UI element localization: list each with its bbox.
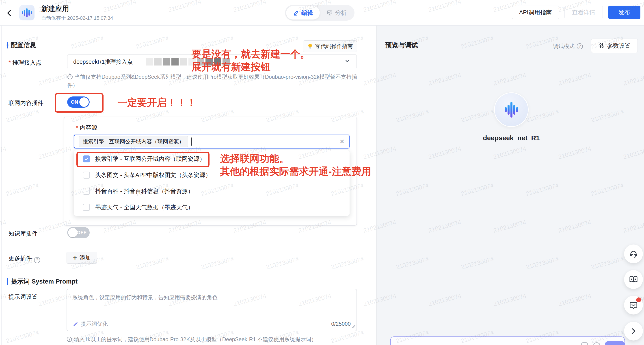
web-plugin-label: 联网内容插件 <box>8 99 44 107</box>
analytics-icon <box>326 10 333 16</box>
checkbox-checked[interactable] <box>83 155 90 162</box>
prompt-label: 提示词设置 <box>8 293 38 301</box>
page-title: 新建应用 <box>41 4 69 14</box>
system-prompt-textarea[interactable] <box>67 289 345 312</box>
back-button[interactable] <box>5 9 14 18</box>
audio-wave-icon <box>22 8 32 17</box>
help-icon[interactable]: ? <box>34 257 40 263</box>
params-settings-button[interactable]: 参数设置 <box>591 39 638 53</box>
endpoint-value: deepseekR1推理接入点 <box>73 58 133 66</box>
checkbox-unchecked[interactable] <box>83 204 90 211</box>
header: 新建应用 自动保存于 2025-02-17 15:07:34 编辑 分析 API… <box>0 0 644 26</box>
feedback-button[interactable] <box>624 296 643 314</box>
send-button[interactable] <box>605 341 625 345</box>
docs-button[interactable] <box>624 270 643 289</box>
left-edge-divider <box>1 26 2 345</box>
preview-title: 预览与调试 <box>386 41 418 50</box>
preview-pane <box>376 26 644 345</box>
chat-input[interactable] <box>390 336 625 345</box>
collapse-button[interactable] <box>624 322 643 340</box>
prompt-hint: 输入1k以上的提示词，建议使用Doubao-Pro-32K及以上模型（DeepS… <box>66 335 362 343</box>
prompt-optimize-button[interactable]: 提示词优化 <box>73 320 108 327</box>
sliders-icon <box>598 43 604 49</box>
section-bar <box>7 42 8 49</box>
clear-icon[interactable]: ✕ <box>340 138 345 145</box>
web-plugin-toggle[interactable]: ON <box>67 97 90 108</box>
resize-handle[interactable] <box>351 324 355 329</box>
zero-code-guide-button[interactable]: 零代码操作指南 <box>303 40 357 52</box>
view-details-button[interactable]: 查看详情 <box>564 6 603 19</box>
edit-analyze-segmented-control: 编辑 分析 <box>285 5 354 21</box>
info-icon <box>66 336 72 342</box>
info-icon <box>67 74 73 80</box>
system-prompt-box: 提示词优化 0/25000 <box>66 289 357 331</box>
notification-dot <box>636 297 641 302</box>
source-option-douyin[interactable]: 抖音百科 - 抖音百科信息（抖音资源） <box>74 183 350 199</box>
endpoint-label: 推理接入点 <box>8 59 42 67</box>
content-source-label: 内容源 <box>76 124 97 132</box>
tab-analyze[interactable]: 分析 <box>320 6 353 20</box>
publish-button[interactable]: 发布 <box>608 6 640 19</box>
debug-mode-toggle[interactable]: 调试模式? <box>553 43 583 50</box>
config-section-header: 配置信息 <box>7 41 36 49</box>
chevron-right-icon <box>630 327 638 335</box>
kb-plugin-label: 知识库插件 <box>8 230 38 238</box>
checkbox-unchecked[interactable] <box>83 172 90 179</box>
app-avatar-icon <box>19 5 34 21</box>
api-guide-button[interactable]: API调用指南 <box>512 6 559 19</box>
pencil-icon <box>293 10 299 16</box>
text-cursor <box>191 138 192 146</box>
chevron-down-icon <box>344 58 351 66</box>
annotation-source: 选择联网功能。 其他的根据实际需求开通-注意费用 <box>220 152 371 178</box>
content-source-input[interactable]: 搜索引擎 - 互联网公开域内容（联网资源） ✕ <box>74 135 350 149</box>
headset-icon <box>628 249 638 259</box>
more-plugins-label: 更多插件? <box>8 254 40 263</box>
char-counter: 0/25000 <box>331 321 351 327</box>
selected-source-tag[interactable]: 搜索引擎 - 互联网公开域内容（联网资源） <box>79 136 188 147</box>
prompt-section-header: 提示词 System Prompt <box>7 277 78 286</box>
section-bar <box>7 278 8 285</box>
preview-app-name: deepseek_net_R1 <box>472 134 550 142</box>
support-button[interactable] <box>624 244 643 263</box>
tab-edit[interactable]: 编辑 <box>286 6 320 20</box>
add-plugin-button[interactable]: + 添加 <box>66 252 97 264</box>
book-icon <box>628 274 638 284</box>
annotation-toggle: 一定要开启！！！ <box>118 96 196 109</box>
audio-wave-icon <box>504 102 518 118</box>
kb-plugin-toggle[interactable]: OFF <box>67 227 90 238</box>
attachment-icon[interactable] <box>581 342 588 345</box>
help-icon[interactable]: ? <box>577 43 583 49</box>
app-builder-page: 新建应用 自动保存于 2025-02-17 15:07:34 编辑 分析 API… <box>0 0 644 345</box>
annotation-endpoint: 要是没有，就去新建一个。 展开就有新建按钮 <box>192 48 310 73</box>
preview-app-avatar <box>494 92 528 127</box>
endpoint-hint: 当前仅支持Doubao系列&DeepSeek系列模型，建议使用Pro模型获取更好… <box>67 73 358 89</box>
source-option-moji[interactable]: 墨迹天气 - 全国天气数据（墨迹天气） <box>74 199 350 215</box>
autosave-status: 自动保存于 2025-02-17 15:07:34 <box>41 15 113 22</box>
magic-wand-icon <box>73 321 79 327</box>
plus-icon: + <box>73 254 77 261</box>
checkbox-unchecked[interactable] <box>83 188 90 195</box>
